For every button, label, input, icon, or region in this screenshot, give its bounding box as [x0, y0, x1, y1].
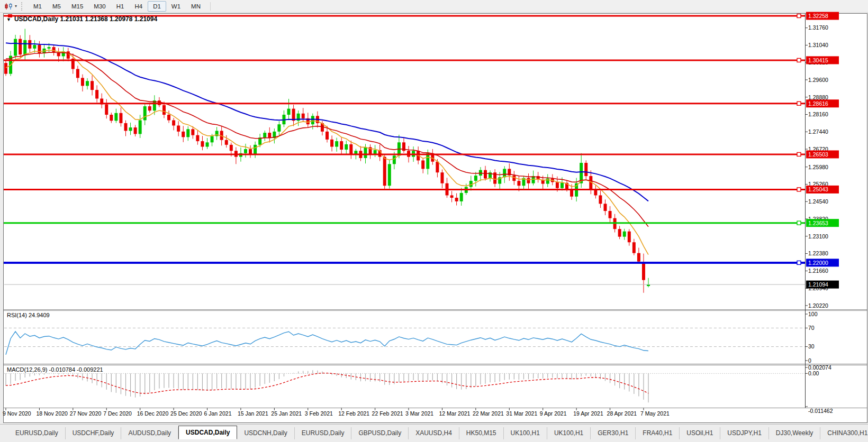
date-label: 7 Dec 2020	[103, 410, 132, 417]
chart-tab-usdcad-daily[interactable]: USDCAD,Daily	[178, 426, 237, 439]
price-tick-label: 1.24540	[808, 198, 828, 205]
chart-tab-usdchf-daily[interactable]: USDCHF,Daily	[66, 427, 122, 439]
macd-tick-label: 0.002074	[808, 364, 831, 371]
price-line-label: 1.23653	[808, 220, 828, 226]
candle-body	[383, 157, 386, 186]
candle-body	[628, 232, 631, 242]
candle-body	[38, 45, 41, 53]
candle-body	[460, 193, 463, 201]
price-tick-label: 1.20220	[808, 302, 828, 309]
date-label: 25 Jan 2021	[271, 410, 302, 417]
price-tick-label: 1.22380	[808, 250, 828, 256]
candle-body	[609, 211, 612, 218]
chart-title-text: USDCAD,Daily 1.21031 1.21368 1.20978 1.2…	[14, 15, 157, 23]
candle-body	[517, 181, 520, 186]
candle-body	[426, 153, 429, 169]
line-handle[interactable]	[797, 102, 801, 105]
date-label: 7 May 2021	[640, 410, 670, 417]
candle-body	[440, 172, 444, 183]
candle-body	[436, 162, 439, 172]
chart-tab-fra40-h1[interactable]: FRA40,H1	[636, 427, 680, 439]
chart-tab-uk100-h1[interactable]: UK100,H1	[504, 427, 547, 439]
chart-tab-audusd-daily[interactable]: AUDUSD,Daily	[121, 427, 178, 439]
candle-body	[455, 198, 458, 201]
candle-body	[268, 133, 271, 138]
candle-body	[330, 140, 333, 147]
price-tick-label: 1.31760	[808, 24, 828, 31]
date-label: 28 Apr 2021	[607, 410, 637, 417]
candle-body	[139, 120, 142, 134]
candle-body	[177, 125, 180, 131]
line-handle[interactable]	[797, 58, 801, 62]
candle-body	[623, 232, 626, 237]
rsi-tick-label: 30	[808, 343, 815, 349]
candle-body	[211, 136, 214, 142]
line-handle[interactable]	[797, 152, 801, 156]
chart-tab-usoil-h1[interactable]: USOil,H1	[680, 427, 720, 439]
candle-body	[76, 69, 79, 78]
candle-body	[91, 81, 94, 90]
candle-body	[95, 90, 98, 98]
candle-body	[556, 182, 559, 188]
rsi-label: RSI(14) 24.9409	[7, 312, 50, 318]
candle-body	[546, 179, 549, 184]
line-handle[interactable]	[797, 188, 801, 191]
candle-body	[335, 141, 338, 146]
candle-body	[287, 109, 291, 115]
candle-body	[86, 81, 89, 86]
candle-body	[14, 39, 17, 56]
chart-tabs: EURUSD,DailyUSDCHF,DailyAUDUSD,DailyUSDC…	[0, 426, 868, 439]
date-label: 15 Jan 2021	[238, 410, 268, 417]
candle-body	[345, 144, 348, 150]
date-label: 9 Apr 2021	[540, 410, 567, 417]
line-handle[interactable]	[797, 261, 801, 264]
symbol-dropdown-icon[interactable]: ▼	[6, 17, 11, 22]
chart-tab-ger30-h1[interactable]: GER30,H1	[591, 427, 636, 439]
candle-body	[604, 204, 607, 211]
candle-body	[33, 45, 36, 49]
date-label: 12 Feb 2021	[338, 410, 369, 417]
chart-tab-xauusd-h4[interactable]: XAUUSD,H4	[409, 427, 459, 439]
candle-body	[484, 170, 487, 179]
candle-body	[393, 155, 396, 164]
chart-tab-dj30-weekly[interactable]: DJ30,Weekly	[769, 427, 820, 439]
date-label: 31 Mar 2021	[506, 410, 537, 417]
chart-canvas[interactable]: 1.317601.310401.303201.296001.288801.281…	[0, 0, 868, 423]
chart-window-frame	[4, 14, 867, 423]
chart-tab-hk50-m15[interactable]: HK50,M15	[459, 427, 504, 439]
candle-body	[311, 116, 314, 124]
candle-body	[277, 124, 281, 132]
candle-body	[182, 132, 185, 137]
price-tick-label: 1.29600	[808, 77, 828, 83]
candle-body	[349, 144, 352, 154]
candle-body	[618, 229, 621, 237]
candle-body	[225, 140, 228, 145]
chart-tab-eurusd-daily[interactable]: EURUSD,Daily	[8, 427, 66, 439]
candle-body	[632, 242, 636, 253]
date-label: 27 Nov 2020	[70, 410, 102, 417]
candle-body	[124, 123, 128, 131]
chart-tab-china300-h1[interactable]: CHINA300,H1	[820, 427, 868, 439]
chart-tab-gbpusd-daily[interactable]: GBPUSD,Daily	[351, 427, 409, 439]
candle-body	[105, 104, 108, 115]
candle-body	[642, 263, 645, 280]
chart-tab-usdcnh-daily[interactable]: USDCNH,Daily	[237, 427, 294, 439]
candle-body	[134, 127, 137, 134]
price-line-label: 1.30415	[808, 57, 828, 63]
candle-body	[48, 47, 51, 49]
candle-body	[81, 78, 84, 86]
chart-tab-uk100-h1[interactable]: UK100,H1	[547, 427, 591, 439]
chart-tab-eurusd-daily[interactable]: EURUSD,Daily	[295, 427, 352, 439]
line-handle[interactable]	[797, 14, 801, 18]
candle-body	[110, 115, 113, 121]
price-tick-label: 1.28880	[808, 94, 828, 100]
candle-body	[167, 115, 170, 120]
price-tick-label: 1.28160	[808, 111, 828, 117]
price-line-label: 1.25043	[808, 186, 828, 192]
candle-body	[206, 142, 209, 146]
candle-body	[421, 160, 424, 169]
candle-body	[201, 141, 204, 146]
line-handle[interactable]	[797, 221, 801, 225]
price-line-label: 1.28616	[808, 100, 828, 107]
chart-tab-usdjpy-h1[interactable]: USDJPY,H1	[720, 427, 768, 439]
